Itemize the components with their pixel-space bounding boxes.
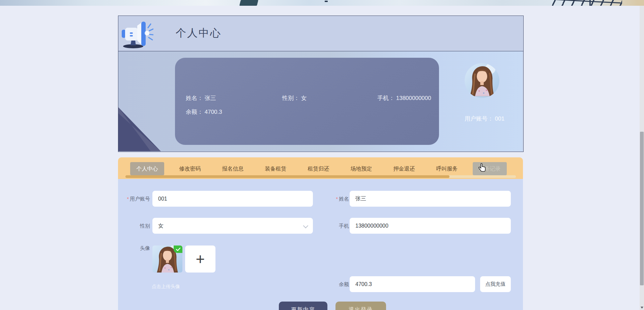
account-field-label-text: 用户账号	[130, 196, 150, 202]
megaphone-icon	[121, 19, 153, 49]
name-input[interactable]	[350, 191, 511, 207]
vertical-scrollbar[interactable]	[640, 6, 644, 310]
required-icon: *	[127, 196, 129, 202]
account-field-label: *用户账号	[121, 191, 150, 207]
tab-list: 个人中心 修改密码 报名信息 装备租赁 租赁归还 场地预定 押金退还 呼叫服务 …	[130, 162, 507, 175]
profile-header-card: 个人中心 姓名： 张三 性别： 女 手机： 13800000000 余额： 47…	[118, 16, 524, 152]
account-input[interactable]	[152, 191, 313, 207]
tab-scrollbar[interactable]	[125, 175, 516, 178]
logout-button[interactable]: 退出登录	[335, 302, 386, 310]
tab-service-records[interactable]: 服务记录	[473, 162, 507, 175]
selected-check-badge	[174, 246, 182, 253]
banner-dark-shape	[239, 0, 258, 6]
tab-equipment-rental[interactable]: 装备租赁	[259, 162, 293, 175]
summary-balance: 余额： 4700.3	[186, 108, 222, 116]
hero-section: 姓名： 张三 性别： 女 手机： 13800000000 余额： 4700.3	[118, 51, 523, 151]
tab-rental-return[interactable]: 租赁归还	[301, 162, 335, 175]
avatar-field-label-text: 头像	[140, 245, 150, 251]
tab-call-service[interactable]: 呼叫服务	[430, 162, 464, 175]
summary-gender-value: 女	[301, 95, 307, 101]
banner-pole	[589, 0, 591, 6]
title-bar: 个人中心	[118, 16, 523, 51]
profile-summary-box: 姓名： 张三 性别： 女 手机： 13800000000 余额： 4700.3	[175, 58, 439, 145]
update-button[interactable]: 更新内容	[279, 302, 327, 310]
profile-form: *用户账号 *姓名 性别 女 手机 头像	[118, 179, 523, 310]
chevron-down-icon	[303, 223, 309, 229]
main-card: 个人中心 修改密码 报名信息 装备租赁 租赁归还 场地预定 押金退还 呼叫服务 …	[118, 157, 523, 310]
account-value: 001	[495, 115, 504, 122]
summary-phone-label: 手机：	[377, 95, 394, 101]
tab-bar: 个人中心 修改密码 报名信息 装备租赁 租赁归还 场地预定 押金退还 呼叫服务 …	[118, 157, 523, 179]
tab-venue-booking[interactable]: 场地预定	[344, 162, 378, 175]
summary-name: 姓名： 张三	[186, 94, 216, 102]
summary-phone: 手机： 13800000000	[377, 94, 431, 102]
upload-plus-button[interactable]: +	[185, 246, 215, 273]
phone-field-label-text: 手机	[339, 223, 349, 229]
recharge-button[interactable]: 点我充值	[480, 276, 511, 292]
avatar-thumbnail[interactable]	[152, 246, 182, 273]
summary-gender-label: 性别：	[282, 95, 299, 101]
balance-field-label: 余额	[320, 276, 349, 292]
screen: 个人中心 姓名： 张三 性别： 女 手机： 13800000000 余额： 47…	[0, 0, 644, 310]
scrollbar-down-arrow-icon[interactable]	[641, 307, 643, 309]
scrollbar-thumb[interactable]	[640, 132, 644, 285]
summary-balance-value: 4700.3	[205, 109, 222, 115]
required-icon: *	[336, 196, 338, 202]
check-icon	[176, 248, 180, 251]
summary-name-label: 姓名：	[186, 95, 203, 101]
summary-gender: 性别： 女	[282, 94, 307, 102]
tab-change-password[interactable]: 修改密码	[173, 162, 207, 175]
phone-input[interactable]	[350, 218, 511, 234]
tab-personal-center[interactable]: 个人中心	[130, 162, 164, 175]
avatar-photo	[465, 63, 499, 98]
upload-hint-link[interactable]: 点击上传头像	[152, 284, 180, 290]
top-photo-banner	[0, 0, 644, 6]
account-line: 用户账号： 001	[465, 115, 504, 123]
summary-name-value: 张三	[205, 95, 216, 101]
gender-field-label-text: 性别	[140, 223, 150, 229]
account-label: 用户账号：	[465, 115, 493, 122]
balance-input[interactable]	[350, 276, 475, 292]
name-field-label-text: 姓名	[339, 196, 349, 202]
name-field-label: *姓名	[320, 191, 349, 207]
phone-field-label: 手机	[320, 218, 349, 234]
plus-icon: +	[196, 250, 205, 268]
tab-registration-info[interactable]: 报名信息	[216, 162, 250, 175]
gender-select[interactable]: 女	[152, 218, 313, 234]
tab-deposit-refund[interactable]: 押金退还	[387, 162, 421, 175]
avatar	[465, 63, 499, 98]
summary-phone-value: 13800000000	[396, 95, 431, 101]
gender-field-label: 性别	[121, 218, 150, 234]
balance-field-label-text: 余额	[339, 281, 349, 287]
tab-scrollbar-thumb[interactable]	[125, 175, 449, 178]
summary-balance-label: 余额：	[186, 109, 203, 115]
page-title: 个人中心	[176, 26, 222, 40]
gender-select-value: 女	[158, 223, 164, 229]
banner-small-mark	[325, 1, 328, 2]
avatar-field-label: 头像	[121, 243, 150, 253]
